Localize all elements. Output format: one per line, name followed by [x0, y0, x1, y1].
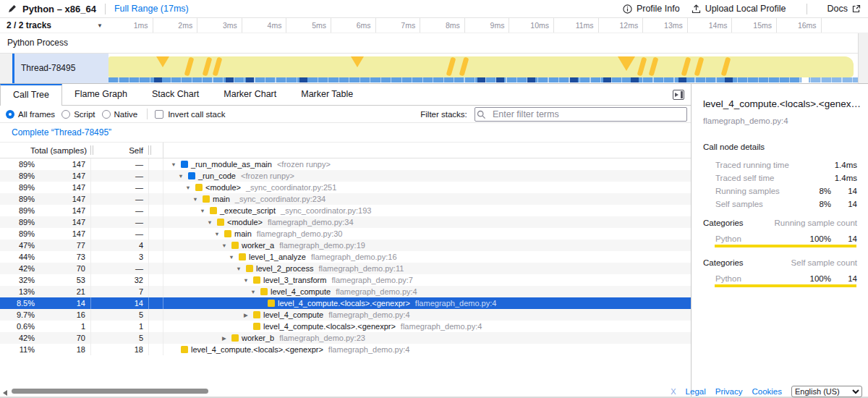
breadcrumb-complete-link[interactable]: Complete “Thread-78495” — [12, 127, 111, 137]
self-samples-cell: 5 — [91, 309, 143, 321]
tab-flame-graph[interactable]: Flame Graph — [62, 84, 140, 105]
tracks-summary[interactable]: 2 / 2 tracks — [7, 20, 51, 30]
footer-link-legal[interactable]: Legal — [686, 387, 706, 396]
table-row[interactable]: 42%70—▼level_2_processflamegraph_demo.py… — [0, 263, 691, 274]
table-row[interactable]: 11%1818level_4_compute.<locals>.<genexpr… — [0, 344, 691, 355]
marker-slash-icon[interactable] — [681, 57, 692, 77]
table-row[interactable]: 47%774▼worker_aflamegraph_demo.py:19 — [0, 240, 691, 251]
twisty-open-icon[interactable]: ▼ — [205, 219, 214, 226]
thread-track-row: Thread-78495 — [0, 54, 868, 84]
tab-call-tree[interactable]: Call Tree — [0, 84, 62, 106]
table-row[interactable]: 89%147—▼main_sync_coordinator.py:234 — [0, 193, 691, 205]
track-scrollbar-gutter[interactable] — [858, 33, 868, 83]
footer-close-button[interactable]: X — [671, 387, 676, 396]
source-location: flamegraph_demo.py:4 — [336, 287, 417, 296]
twisty-open-icon[interactable]: ▼ — [176, 173, 185, 179]
timeline-ruler[interactable]: 1ms2ms3ms4ms5ms6ms7ms8ms9ms10ms11ms12ms1… — [109, 18, 868, 33]
twisty-open-icon[interactable]: ▼ — [249, 289, 258, 295]
total-samples-cell: 16 — [36, 309, 85, 321]
column-resize-handle[interactable] — [148, 145, 149, 155]
thread-label[interactable]: Thread-78495 — [14, 54, 109, 83]
scroll-left-arrow-icon[interactable] — [3, 390, 7, 396]
table-row[interactable]: 9.7%165▶level_4_computeflamegraph_demo.p… — [0, 309, 691, 321]
invert-call-stack-checkbox[interactable] — [155, 110, 163, 119]
tab-marker-chart[interactable]: Marker Chart — [211, 84, 289, 105]
radio-label: Native — [114, 110, 138, 119]
marker-slash-icon[interactable] — [459, 57, 469, 77]
tab-stack-chart[interactable]: Stack Chart — [140, 84, 211, 105]
marker-slash-icon[interactable] — [721, 57, 731, 77]
profile-info-button[interactable]: Profile Info — [623, 4, 680, 14]
self-samples-cell: 5 — [91, 332, 143, 344]
twisty-open-icon[interactable]: ▼ — [234, 266, 243, 272]
category-percent: 100% — [810, 233, 831, 245]
total-percent-cell: 13% — [0, 286, 35, 297]
table-row[interactable]: 89%147—▼mainflamegraph_demo.py:30 — [0, 228, 691, 240]
table-row[interactable]: 89%147—▼_run_code<frozen runpy> — [0, 170, 691, 182]
twisty-open-icon[interactable]: ▼ — [242, 277, 250, 284]
twisty-open-icon[interactable]: ▼ — [191, 196, 200, 203]
table-row[interactable]: 42%705▶worker_bflamegraph_demo.py:23 — [0, 332, 691, 344]
radio-option-all-frames[interactable]: All frames — [6, 110, 55, 119]
twisty-open-icon[interactable]: ▼ — [213, 231, 221, 237]
column-header-self[interactable]: Self — [94, 143, 143, 158]
twisty-open-icon[interactable]: ▼ — [169, 161, 178, 168]
footer-link-cookies[interactable]: Cookies — [752, 387, 782, 396]
twisty-open-icon[interactable]: ▼ — [227, 254, 236, 261]
twisty-open-icon[interactable]: ▼ — [220, 242, 229, 249]
full-range-link[interactable]: Full Range (17ms) — [114, 4, 189, 14]
filter-input[interactable] — [475, 107, 687, 122]
pencil-icon[interactable] — [7, 4, 17, 14]
language-select[interactable]: English (US) — [791, 386, 862, 397]
table-row[interactable]: 13%217▼level_4_computeflamegraph_demo.py… — [0, 286, 691, 297]
twisty-open-icon[interactable]: ▼ — [184, 185, 192, 191]
horizontal-scrollbar-thumb[interactable] — [12, 389, 208, 394]
column-header-total[interactable]: Total (samples) — [0, 143, 87, 158]
table-row[interactable]: 0.6%11level_4_compute.<locals>.<genexpr>… — [0, 321, 691, 332]
radio-icon[interactable] — [102, 110, 111, 119]
marker-slash-icon[interactable] — [637, 57, 647, 77]
table-row[interactable]: 32%5332▼level_3_transformflamegraph_demo… — [0, 274, 691, 286]
table-row[interactable]: 89%147—▼<module>flamegraph_demo.py:34 — [0, 216, 691, 228]
process-track-row[interactable]: Python Process — [0, 33, 868, 54]
marker-slash-icon[interactable] — [694, 57, 705, 77]
sidebar-toggle-icon[interactable] — [673, 90, 684, 100]
column-resize-handle[interactable] — [150, 145, 151, 155]
thread-track-canvas[interactable] — [109, 54, 858, 83]
timeline-ruler-row: 2 / 2 tracks ▼ 1ms2ms3ms4ms5ms6ms7ms8ms9… — [0, 18, 868, 33]
radio-option-native[interactable]: Native — [102, 110, 138, 119]
radio-option-script[interactable]: Script — [61, 110, 95, 119]
invert-call-stack-label[interactable]: Invert call stack — [168, 110, 225, 119]
table-row[interactable]: 89%147—▼_run_module_as_main<frozen runpy… — [0, 158, 691, 170]
radio-icon[interactable] — [61, 110, 70, 119]
marker-triangle-icon[interactable] — [156, 56, 169, 67]
marker-slash-icon[interactable] — [184, 57, 195, 77]
sidebar-detail-row: Traced running time1.4ms — [692, 159, 868, 171]
tab-marker-table[interactable]: Marker Table — [289, 84, 365, 105]
column-resize-handle[interactable] — [93, 145, 93, 155]
table-row[interactable]: 89%147—▼<module>_sync_coordinator.py:251 — [0, 182, 691, 193]
table-row[interactable]: 44%733▼level_1_analyzeflamegraph_demo.py… — [0, 251, 691, 263]
radio-groups: All framesScriptNative — [6, 110, 144, 119]
marker-slash-icon[interactable] — [649, 57, 659, 77]
dropdown-caret-icon[interactable]: ▼ — [97, 22, 103, 29]
twisty-open-icon[interactable]: ▼ — [198, 208, 207, 214]
twisty-closed-icon[interactable]: ▶ — [242, 312, 250, 318]
sample-gap — [801, 77, 809, 82]
profile-name[interactable]: Python – x86_64 — [22, 4, 96, 14]
marker-slash-icon[interactable] — [203, 57, 213, 77]
footer-link-privacy[interactable]: Privacy — [715, 387, 743, 396]
upload-profile-button[interactable]: Upload Local Profile — [692, 4, 786, 14]
twisty-closed-icon[interactable]: ▶ — [220, 335, 229, 342]
marker-slash-icon[interactable] — [446, 57, 456, 77]
marker-triangle-icon[interactable] — [618, 56, 635, 71]
table-row[interactable]: 89%147—▼_execute_script_sync_coordinator… — [0, 205, 691, 216]
column-resize-handle[interactable] — [90, 145, 91, 155]
source-location: flamegraph_demo.py:16 — [311, 253, 397, 261]
table-row[interactable]: 8.5%1414level_4_compute.<locals>.<genexp… — [0, 297, 691, 309]
marker-slash-icon[interactable] — [213, 57, 223, 77]
docs-button[interactable]: Docs — [827, 4, 861, 14]
frame-label: ▼_run_code<frozen runpy> — [176, 170, 294, 182]
radio-icon[interactable] — [6, 110, 14, 119]
marker-triangle-icon[interactable] — [351, 56, 364, 67]
